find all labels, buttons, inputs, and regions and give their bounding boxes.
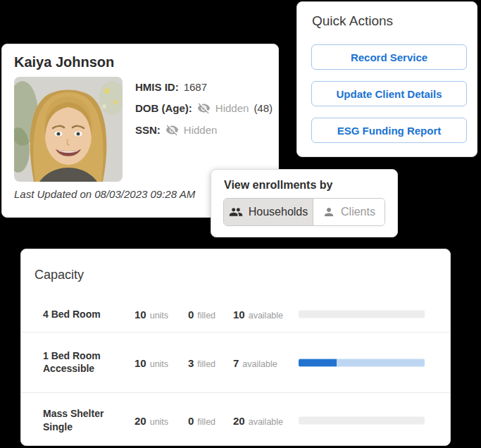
capacity-progress-bar: [299, 417, 425, 425]
households-toggle-option[interactable]: Households: [224, 199, 313, 225]
available-cell: 10 available: [233, 309, 283, 321]
available-label: available: [242, 359, 277, 368]
units-cell: 10 units: [135, 309, 168, 321]
households-toggle-label: Households: [249, 206, 308, 218]
ssn-row: SSN: Hidden: [135, 123, 273, 137]
units-label: units: [150, 311, 168, 321]
capacity-row-1-bed-room-accessible: 1 Bed Room Accessible 10 units 3 filled …: [21, 332, 450, 392]
hmis-id-value: 1687: [184, 81, 207, 93]
capacity-progress-bar: [299, 311, 425, 318]
available-label: available: [249, 417, 283, 427]
person-icon: [323, 206, 335, 218]
filled-cell: 0 filled: [188, 415, 215, 427]
available-value: 10: [233, 309, 245, 321]
room-type-name: 1 Bed Room Accessible: [43, 349, 130, 376]
capacity-row-4-bed-room: 4 Bed Room 10 units 0 filled 10 availabl…: [21, 297, 450, 332]
quick-actions-card: Quick Actions Record Service Update Clie…: [296, 1, 477, 157]
available-cell: 20 available: [233, 415, 283, 427]
units-cell: 20 units: [135, 415, 168, 427]
update-client-details-button[interactable]: Update Client Details: [311, 81, 467, 106]
capacity-title: Capacity: [35, 268, 84, 282]
filled-value: 3: [188, 356, 194, 368]
filled-cell: 3 filled: [188, 356, 215, 368]
clients-toggle-option[interactable]: Clients: [313, 199, 385, 225]
available-label: available: [249, 311, 283, 321]
hmis-id-label: HMIS ID:: [135, 81, 179, 93]
filled-label: filled: [197, 417, 215, 427]
quick-actions-title: Quick Actions: [312, 13, 393, 29]
filled-label: filled: [197, 359, 215, 368]
dob-hidden-value: Hidden: [215, 102, 249, 114]
capacity-row-mass-shelter-single: Mass Shelter Single 20 units 0 filled 20…: [21, 392, 450, 448]
client-name: Kaiya Johnson: [14, 54, 114, 70]
last-updated-text: Last Updated on 08/03/2023 09:28 AM: [14, 188, 195, 200]
capacity-card: Capacity 4 Bed Room 10 units 0 filled 10…: [20, 249, 451, 446]
quick-actions-buttons: Record Service Update Client Details ESG…: [311, 44, 467, 143]
room-type-name: 4 Bed Room: [43, 308, 130, 321]
households-people-icon: [229, 205, 243, 219]
view-enrollments-card: View enrollments by Households Clients: [211, 169, 398, 237]
ssn-label: SSN:: [135, 124, 161, 136]
available-value: 20: [233, 415, 245, 427]
units-label: units: [150, 417, 168, 427]
units-cell: 10 units: [135, 356, 168, 368]
units-value: 10: [135, 356, 146, 368]
clients-toggle-label: Clients: [341, 206, 375, 218]
available-cell: 7 available: [233, 356, 277, 368]
units-value: 10: [135, 309, 146, 321]
page-background: Kaiya Johnson: [0, 0, 481, 448]
portrait-photo-image: [14, 77, 123, 182]
record-service-button[interactable]: Record Service: [311, 44, 467, 70]
view-enrollments-label: View enrollments by: [224, 179, 332, 192]
client-details: HMIS ID: 1687 DOB (Age): Hidden (48) SSN…: [135, 81, 273, 137]
enrollments-toggle: Households Clients: [223, 198, 385, 226]
room-type-name: Mass Shelter Single: [43, 407, 130, 434]
hmis-id-row: HMIS ID: 1687: [135, 81, 273, 93]
age-value: (48): [254, 102, 273, 114]
eye-slash-icon[interactable]: [165, 123, 179, 137]
client-photo: [14, 77, 123, 182]
units-label: units: [150, 359, 168, 368]
filled-label: filled: [197, 311, 215, 321]
capacity-table: 4 Bed Room 10 units 0 filled 10 availabl…: [21, 297, 450, 448]
capacity-progress-bar: [299, 359, 425, 366]
capacity-progress-fill: [299, 359, 337, 366]
filled-cell: 0 filled: [188, 309, 215, 321]
esg-funding-report-button[interactable]: ESG Funding Report: [311, 118, 467, 143]
units-value: 20: [135, 415, 146, 427]
eye-slash-icon[interactable]: [197, 101, 211, 115]
filled-value: 0: [188, 415, 194, 427]
filled-value: 0: [188, 309, 194, 321]
dob-label: DOB (Age):: [135, 102, 192, 114]
dob-row: DOB (Age): Hidden (48): [135, 101, 273, 115]
available-value: 7: [233, 356, 239, 368]
ssn-hidden-value: Hidden: [184, 124, 218, 136]
